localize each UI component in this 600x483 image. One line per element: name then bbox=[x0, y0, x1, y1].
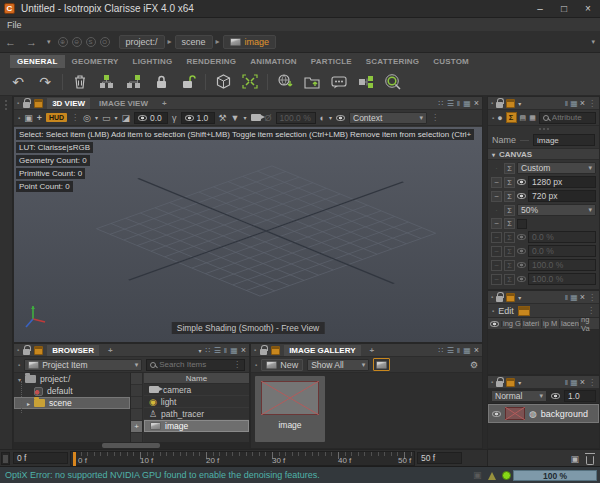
tab-image-view[interactable]: IMAGE VIEW bbox=[94, 98, 153, 109]
gallery-item-card[interactable]: image bbox=[255, 376, 325, 442]
more-dots-icon[interactable]: ⋮ bbox=[588, 293, 596, 302]
panel-menu-dot[interactable]: ▪ bbox=[17, 347, 19, 353]
tab-particle[interactable]: PARTICLE bbox=[304, 55, 359, 68]
checkbox[interactable] bbox=[517, 219, 527, 229]
toolbar-menu-dot[interactable]: ▪ bbox=[18, 362, 20, 368]
tab-image-gallery[interactable]: IMAGE GALLERY bbox=[284, 345, 360, 356]
col-material[interactable]: lateri bbox=[522, 319, 542, 328]
breadcrumb-scene[interactable]: scene bbox=[175, 35, 213, 49]
close-panel-icon[interactable]: × bbox=[580, 98, 585, 108]
item-filter-dropdown[interactable]: Project Item▾ bbox=[24, 359, 142, 371]
pin-panel-icon[interactable] bbox=[506, 378, 515, 387]
panel-menu-dot[interactable]: ▪ bbox=[254, 347, 256, 353]
range-end-field[interactable]: 50 f bbox=[417, 452, 462, 464]
width-field[interactable]: 1280 px bbox=[528, 176, 596, 188]
undo-icon[interactable]: ↶ bbox=[6, 72, 30, 92]
more-dots-icon[interactable]: ⋮ bbox=[233, 360, 241, 369]
dropdown-arrow-icon[interactable]: ▾ bbox=[114, 114, 117, 121]
tab-lighting[interactable]: LIGHTING bbox=[126, 55, 180, 68]
sigma-icon[interactable]: Σ bbox=[504, 163, 515, 174]
lock-icon[interactable] bbox=[496, 381, 503, 387]
name-field[interactable] bbox=[533, 134, 595, 146]
layout-rows-icon[interactable]: ☰ bbox=[447, 346, 453, 355]
export-context-icon[interactable] bbox=[300, 72, 324, 92]
layer-row-background[interactable]: ◍ background bbox=[488, 404, 599, 423]
attribute-search-box[interactable] bbox=[539, 112, 596, 124]
pin-panel-icon[interactable] bbox=[506, 293, 515, 302]
visibility-column-icon[interactable] bbox=[488, 321, 502, 327]
layout-cols-icon[interactable]: ‖ bbox=[457, 99, 459, 108]
col-clip-map[interactable]: ip M bbox=[542, 319, 560, 328]
viewport-canvas[interactable]: Select: Select item (LMB) Add item to se… bbox=[14, 127, 482, 342]
col-shading-vars[interactable]: ng Va bbox=[580, 315, 599, 333]
shading-table-icon[interactable] bbox=[518, 306, 530, 316]
layout-cols-icon[interactable]: ‖ bbox=[565, 99, 567, 108]
curve-icon[interactable]: ~ bbox=[491, 191, 502, 202]
tab-geometry[interactable]: GEOMETRY bbox=[65, 55, 126, 68]
canvas-section-header[interactable]: ▾ CANVAS bbox=[488, 148, 599, 160]
list-item-light[interactable]: ◉ light bbox=[144, 396, 249, 408]
list-item-camera[interactable]: camera bbox=[144, 384, 249, 396]
lock-icon[interactable] bbox=[496, 102, 503, 108]
lock-icon[interactable] bbox=[23, 349, 30, 355]
curve-icon[interactable]: ~ bbox=[491, 177, 502, 188]
tab-scattering[interactable]: SCATTERING bbox=[359, 55, 426, 68]
more-dots-icon[interactable]: ⋮ bbox=[431, 113, 439, 122]
col-shading-group[interactable]: ing G bbox=[502, 319, 522, 328]
attr-view-b-icon[interactable]: ▦ bbox=[529, 114, 536, 122]
node-network-icon[interactable] bbox=[354, 72, 378, 92]
layout-grid-icon[interactable]: ▦ bbox=[463, 346, 470, 355]
minimize-button[interactable]: – bbox=[528, 1, 552, 17]
layout-grid-icon[interactable]: ▦ bbox=[570, 293, 577, 302]
opacity-field[interactable]: 1.0 bbox=[564, 390, 596, 402]
panel-menu-dot[interactable]: ▪ bbox=[17, 100, 19, 106]
layout-cols-icon[interactable]: ‖ bbox=[565, 378, 567, 387]
search-input[interactable] bbox=[159, 359, 230, 371]
eye-icon[interactable] bbox=[336, 115, 345, 121]
close-panel-icon[interactable]: × bbox=[241, 345, 246, 355]
sigma-icon[interactable]: Σ bbox=[504, 218, 515, 229]
toolbar-menu-dot[interactable]: ▪ bbox=[255, 362, 257, 368]
browser-hscrollbar[interactable] bbox=[14, 442, 249, 449]
camera-select-icon[interactable]: ◎ bbox=[83, 113, 91, 123]
sigma-expressions-toggle[interactable]: Σ bbox=[506, 112, 517, 123]
warning-icon[interactable] bbox=[488, 472, 496, 480]
layout-rows-icon[interactable]: ☰ bbox=[214, 346, 220, 355]
close-panel-icon[interactable]: × bbox=[580, 377, 585, 387]
lock-icon[interactable] bbox=[23, 102, 30, 108]
breadcrumb-image[interactable]: image bbox=[223, 35, 277, 49]
close-button[interactable]: × bbox=[576, 1, 600, 17]
add-item-icon[interactable] bbox=[95, 72, 119, 92]
import-context-icon[interactable] bbox=[273, 72, 297, 92]
shading-ball-icon[interactable]: ◐ bbox=[320, 113, 325, 123]
range-start-field[interactable]: 0 f bbox=[13, 452, 68, 464]
more-dots-icon[interactable]: ⋮ bbox=[71, 113, 79, 122]
nav-s-icon[interactable]: S bbox=[86, 37, 96, 47]
delete-icon[interactable] bbox=[68, 72, 92, 92]
hud-toggle[interactable]: HUD bbox=[46, 113, 67, 122]
filter-icon[interactable]: ▼ bbox=[231, 113, 240, 123]
gamma-icon[interactable]: γ bbox=[172, 113, 177, 123]
list-item-image[interactable]: image bbox=[144, 420, 249, 432]
panel-menu-dot[interactable]: ▪ bbox=[491, 379, 493, 385]
scrollbar-thumb[interactable] bbox=[3, 455, 8, 463]
playhead[interactable] bbox=[73, 452, 76, 467]
save-view-icon[interactable]: ▣ bbox=[24, 113, 33, 123]
dropdown-arrow-icon[interactable]: ▾ bbox=[518, 379, 521, 386]
new-image-button[interactable]: New bbox=[261, 359, 303, 371]
add-view-tab-button[interactable]: + bbox=[157, 98, 172, 109]
display-mode-icon[interactable]: ▭ bbox=[102, 113, 111, 123]
layout-rows-icon[interactable]: ☰ bbox=[447, 99, 453, 108]
nav-out-icon[interactable]: ⊖ bbox=[72, 37, 82, 47]
eye-icon[interactable] bbox=[517, 193, 526, 199]
panel-menu-dot[interactable]: ▪ bbox=[491, 100, 493, 106]
context-dropdown[interactable]: Context▾ bbox=[349, 112, 427, 124]
pin-panel-icon[interactable] bbox=[34, 99, 43, 108]
dropdown-arrow-icon[interactable]: ▾ bbox=[95, 114, 98, 121]
eye-icon[interactable] bbox=[517, 179, 526, 185]
layout-cols-icon[interactable]: ‖ bbox=[565, 293, 567, 302]
timeline-ruler[interactable]: 0 f 10 f 20 f 30 f 40 f 50 f bbox=[70, 451, 415, 466]
nav-o-icon[interactable]: O bbox=[100, 37, 110, 47]
dropdown-arrow-icon[interactable]: ▾ bbox=[518, 100, 521, 107]
more-dots-icon[interactable]: ⋮ bbox=[588, 99, 596, 108]
